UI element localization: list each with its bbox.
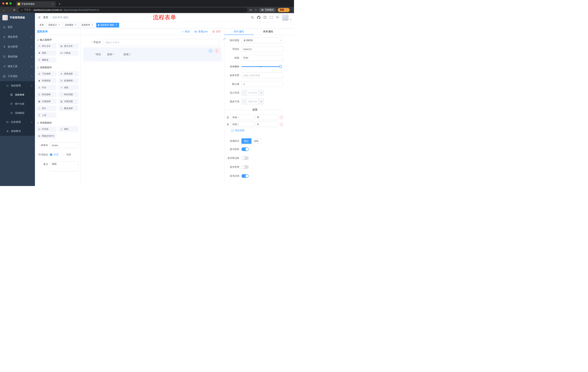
component-color-picker[interactable]: ◐颜色选择 <box>59 106 79 111</box>
gender-option-2-checkbox[interactable]: 选项二 <box>119 53 131 56</box>
component-time-picker[interactable]: ◷时间选择 <box>36 92 56 97</box>
link-icon[interactable] <box>223 37 226 41</box>
tag-process-definition[interactable]: 流程定义 × <box>47 23 62 28</box>
search-icon[interactable] <box>251 16 254 19</box>
sidebar-item-home[interactable]: 首页 <box>0 22 35 32</box>
status-off-radio[interactable]: 关闭 <box>63 153 71 156</box>
form-remark-textarea[interactable]: 嘿嘿 <box>50 161 78 171</box>
status-on-radio[interactable]: 开启 <box>50 153 58 156</box>
title-input[interactable] <box>242 55 283 61</box>
minus-icon[interactable]: − <box>242 90 247 96</box>
tag-home[interactable]: 首页 <box>38 23 45 28</box>
component-upload[interactable]: ↥上传 <box>36 112 56 118</box>
help-icon[interactable]: ? <box>263 16 266 19</box>
minimize-window-button[interactable] <box>6 2 8 5</box>
reload-icon[interactable]: ⟳ <box>12 8 17 12</box>
sidebar-item-devtools[interactable]: 研发工具 ∨ <box>0 62 35 71</box>
tab-close-icon[interactable]: × <box>51 2 54 5</box>
component-row-container[interactable]: ◫行容器 <box>36 126 56 132</box>
plus-icon[interactable]: + <box>259 99 264 104</box>
breadcrumb-home[interactable]: 首页 <box>43 16 48 19</box>
component-select[interactable]: ◎下拉选择 <box>36 71 56 76</box>
sidebar-item-process-management[interactable]: 流程管理 ∧ <box>0 81 35 90</box>
browser-tab[interactable]: 芋道管理系统 × <box>16 1 56 7</box>
label-width-input[interactable] <box>242 73 283 78</box>
form-name-input[interactable] <box>50 142 78 148</box>
field-phone[interactable]: *手机号 <box>83 39 221 46</box>
back-icon[interactable]: ← <box>2 8 7 11</box>
avatar-caret-icon[interactable]: ▾ <box>290 18 291 21</box>
option-1-value-input[interactable] <box>255 115 278 120</box>
disabled-switch[interactable] <box>242 165 249 169</box>
sidebar-item-user-group[interactable]: 用户分组 <box>0 99 35 108</box>
gender-option-1-checkbox[interactable]: 选项一 <box>103 53 115 56</box>
remove-option-icon[interactable]: − <box>280 123 283 126</box>
form-grid-slider[interactable] <box>242 66 282 67</box>
close-icon[interactable]: × <box>58 24 60 26</box>
field-phone-input[interactable] <box>103 39 220 46</box>
collapse-sidebar-icon[interactable] <box>37 16 41 19</box>
new-tab-button[interactable]: + <box>57 2 62 6</box>
component-checkbox-group[interactable]: ☑多选框组 <box>59 78 79 83</box>
delete-field-button[interactable] <box>215 49 219 53</box>
sidebar-item-workflow[interactable]: 工作流程 ∧ <box>0 71 35 81</box>
with-border-switch[interactable] <box>242 156 249 160</box>
user-avatar[interactable] <box>282 14 289 21</box>
component-multi-line-text[interactable]: ▤多行文本 <box>59 43 79 49</box>
maximize-window-button[interactable] <box>10 2 12 5</box>
drag-handle-icon[interactable] <box>227 116 229 119</box>
component-type-select[interactable]: 多选框组 ▾ <box>242 37 283 43</box>
browser-menu-icon[interactable]: ⋮ <box>285 9 288 11</box>
bookmark-star-icon[interactable]: ☆ <box>254 8 257 12</box>
min-select-input[interactable]: 至少应选 <box>247 90 259 96</box>
component-cascader[interactable]: ⋔级联选择 <box>59 71 79 76</box>
sidebar-item-system[interactable]: 系统管理 ∨ <box>0 32 35 42</box>
component-slider[interactable]: ⊸滑块 <box>59 85 79 90</box>
add-option-button[interactable]: + 添加选项 <box>231 129 283 132</box>
field-gender[interactable]: *性别 选项一 选项二 <box>83 47 221 62</box>
tab-component-props[interactable]: 组件属性 <box>224 28 254 35</box>
option-1-label-input[interactable] <box>231 115 254 120</box>
password-key-icon[interactable] <box>249 9 252 11</box>
sidebar-item-process-form[interactable]: 流程表单 <box>0 90 35 99</box>
drag-handle-icon[interactable] <box>227 123 229 126</box>
component-radio-group[interactable]: ◉单选框组 <box>36 78 56 83</box>
close-icon[interactable]: × <box>91 24 94 26</box>
max-select-input[interactable]: 最多可选 <box>247 99 259 104</box>
clear-button[interactable]: 清空 <box>212 30 221 33</box>
component-counter[interactable]: 123计数器 <box>59 50 79 56</box>
component-date-range[interactable]: ▥日期范围 <box>59 99 79 104</box>
component-switch[interactable]: ⊙开关 <box>36 85 56 90</box>
copy-field-button[interactable] <box>209 49 213 53</box>
field-name-input[interactable] <box>242 46 283 52</box>
default-value-input[interactable] <box>242 81 283 87</box>
component-button[interactable]: ◻按钮 <box>59 126 79 132</box>
component-editor[interactable]: ✎编辑器 <box>36 57 56 63</box>
component-single-line-text[interactable]: ▭单行文本 <box>36 43 56 49</box>
tag-process-model[interactable]: 流程模型 × <box>63 23 79 28</box>
github-icon[interactable] <box>257 16 260 19</box>
sidebar-item-payment[interactable]: ¥ 支付管理 ∨ <box>0 42 35 52</box>
tag-process-form[interactable]: 流程表单 × <box>80 23 95 28</box>
component-time-range[interactable]: ◔时间范围 <box>59 92 79 97</box>
slider-handle[interactable] <box>279 65 282 68</box>
forward-icon[interactable]: → <box>7 8 12 11</box>
sidebar-item-leave-query[interactable]: 请假查询 <box>0 127 35 136</box>
option-style-button-button[interactable]: 按钮 <box>252 138 261 144</box>
show-label-switch[interactable] <box>242 148 249 151</box>
font-size-icon[interactable] <box>276 16 279 19</box>
option-2-value-input[interactable] <box>255 122 278 127</box>
view-json-button[interactable]: 查看json <box>194 30 208 33</box>
option-style-default-button[interactable]: 默认 <box>242 138 252 144</box>
component-password[interactable]: ✱密码 <box>36 50 56 56</box>
minus-icon[interactable]: − <box>242 99 247 104</box>
address-bar[interactable]: ⚠ 不安全 dashboard.yudao.iocoder.cn/bpm/man… <box>19 8 248 12</box>
tab-form-props[interactable]: 表单属性 <box>254 28 283 35</box>
close-window-button[interactable] <box>2 2 4 5</box>
sidebar-item-process-model[interactable]: 流程模型 <box>0 108 35 117</box>
close-icon[interactable]: × <box>115 24 117 26</box>
component-rate[interactable]: ☆评分 <box>36 106 56 111</box>
not-secure-warning-icon[interactable]: ⚠ <box>21 9 23 11</box>
update-button[interactable]: 更新 ⋮ <box>278 8 290 12</box>
sidebar-item-infra[interactable]: 基础设施 ∨ <box>0 52 35 62</box>
